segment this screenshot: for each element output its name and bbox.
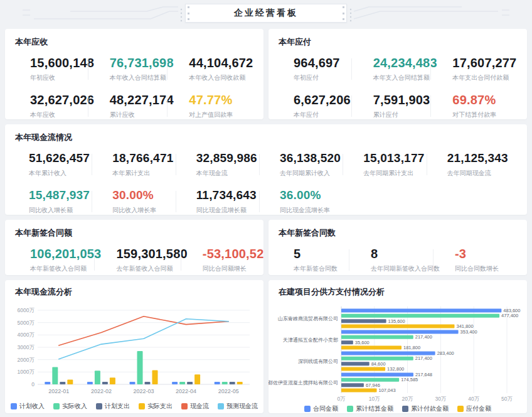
stat-item: 32,859,986本年现金流 — [183, 151, 266, 178]
cashflow-chart-title: 本年现金流分析 — [15, 286, 253, 298]
svg-text:5000万: 5000万 — [18, 320, 35, 326]
stat-value: 36,138,520 — [280, 151, 349, 166]
stat-value: 69.87% — [452, 92, 517, 107]
legend-item[interactable]: 实际支出 — [139, 402, 173, 411]
legend-item[interactable]: 累计结算金额 — [347, 404, 393, 413]
legend-label: 合同金额 — [313, 404, 338, 413]
supplier-payment-hbar-chart: 0万10万20万30万40万50万山东青睢商流贸易有限公司483,600477,… — [279, 305, 517, 402]
stat-value: 106,201,053 — [30, 246, 101, 261]
stat-value: 6,627,206 — [294, 92, 358, 107]
stat-item: 36,138,520去年同期累计收入 — [266, 151, 349, 178]
stat-label: 同比合同数增长 — [455, 264, 517, 273]
stat-label: 本年累计支出 — [112, 169, 182, 178]
stat-item: 48,227,174累计应收 — [95, 92, 174, 119]
svg-text:67,946: 67,946 — [366, 382, 380, 388]
svg-text:2022-05: 2022-05 — [218, 388, 239, 394]
svg-text:0万: 0万 — [337, 396, 346, 402]
svg-text:181,800: 181,800 — [403, 345, 420, 350]
stat-item: 7,591,903累计应付 — [358, 92, 438, 119]
corner-dot-icon — [188, 6, 189, 8]
svg-text:10万: 10万 — [369, 396, 380, 402]
svg-text:3000万: 3000万 — [18, 344, 35, 350]
svg-text:283,400: 283,400 — [437, 350, 454, 356]
legend-swatch-icon — [96, 403, 102, 409]
stat-value: 11,734,643 — [196, 188, 266, 203]
stat-value: 51,626,457 — [29, 151, 98, 166]
stat-label: 对下结算付款率 — [452, 111, 517, 119]
legend-swatch-icon — [139, 403, 145, 409]
svg-text:1000万: 1000万 — [18, 369, 35, 375]
legend-item[interactable]: 累计付款金额 — [402, 404, 449, 413]
stat-label: 同比收入增长率 — [112, 206, 182, 215]
stat-item: 36.00%同比现金流增长率 — [266, 188, 349, 215]
svg-text:深圳线缆有限公司: 深圳线缆有限公司 — [298, 359, 338, 364]
card-cashflow: 本年现金流情况 51,626,457本年累计收入18,766,471本年累计支出… — [5, 124, 527, 215]
stat-label: 去年同期累计支出 — [363, 169, 433, 178]
legend-label: 实际支出 — [147, 402, 173, 411]
svg-text:353,400: 353,400 — [460, 329, 477, 335]
stat-value: 47.77% — [189, 92, 253, 107]
card-cashflow-title: 本年现金流情况 — [15, 132, 517, 143]
legend-item[interactable]: 现金流 — [181, 402, 209, 411]
stat-value: 21,125,343 — [447, 151, 517, 166]
svg-text:天津通拓五金配件小卖部: 天津通拓五金配件小卖部 — [283, 337, 338, 343]
side-dot-icon — [188, 13, 189, 14]
stat-item: 6,627,206本年应付 — [279, 92, 358, 119]
stat-item: 15,013,177去年同期累计支出 — [349, 151, 433, 178]
stat-item: 159,301,580去年新签收入合同额 — [101, 246, 187, 273]
stat-item: 30.00%同比收入增长率 — [98, 188, 182, 215]
card-payable-title: 本年应付 — [279, 36, 517, 48]
stat-value: 30.00% — [112, 188, 182, 203]
legend-item[interactable]: 合同金额 — [304, 404, 338, 413]
stat-item: 24,234,483本年支入合同结算额 — [358, 55, 438, 82]
svg-text:2022-04: 2022-04 — [176, 388, 196, 394]
legend-label: 现金流 — [190, 402, 209, 411]
card-contract-count: 本年新签合同数 5本年新签合同数8去年同期新签收入合同数-3同比合同数增长 — [269, 220, 527, 275]
svg-text:成都佐伊亚混凝土搅拌站有限公司: 成都佐伊亚混凝土搅拌站有限公司 — [269, 380, 338, 386]
contract-count-stats-grid: 5本年新签合同数8去年同期新签收入合同数-3同比合同数增长 — [279, 246, 517, 273]
svg-text:山东青睢商流贸易有限公司: 山东青睢商流贸易有限公司 — [278, 316, 338, 322]
stat-value: 32,627,026 — [30, 92, 95, 107]
stat-label: 同比收入增长额 — [29, 206, 98, 215]
legend-item[interactable]: 计划收入 — [11, 402, 45, 411]
stat-value: 5 — [294, 246, 356, 261]
stat-value: 964,697 — [294, 55, 358, 70]
stat-item: 15,487,937同比收入增长额 — [15, 188, 98, 215]
stat-value: 7,591,903 — [373, 92, 438, 107]
stat-item: 964,697年初应付 — [279, 55, 358, 82]
legend-label: 累计付款金额 — [411, 404, 449, 413]
stat-value: 159,301,580 — [116, 246, 187, 261]
svg-text:217,400: 217,400 — [415, 355, 432, 361]
stat-label: 去年新签收入合同额 — [116, 264, 187, 273]
stat-label: 年初应付 — [294, 73, 358, 82]
legend-label: 计划支出 — [105, 402, 130, 411]
stat-label: 年初应收 — [30, 73, 95, 82]
stat-label: 去年同期现金流 — [447, 169, 517, 178]
stat-label: 本年应付 — [294, 111, 358, 119]
stat-label: 本年新签收入合同额 — [30, 264, 101, 273]
svg-text:30万: 30万 — [435, 396, 446, 402]
stat-value: 44,104,672 — [189, 55, 253, 70]
stat-value: -53,100,527 — [203, 246, 263, 261]
dashboard-title-box: 企业经营看板 — [185, 4, 347, 23]
svg-text:2022-03: 2022-03 — [133, 388, 154, 394]
stat-value: 15,487,937 — [29, 188, 98, 203]
stat-item: 21,125,343去年同期现金流 — [434, 151, 517, 178]
legend-item[interactable]: 计划支出 — [96, 402, 130, 411]
svg-text:2022-02: 2022-02 — [91, 388, 112, 394]
stat-item: 51,626,457本年累计收入 — [15, 151, 98, 178]
stat-label: 同比现金流增长额 — [196, 206, 266, 215]
receivable-stats-grid: 15,600,148年初应收76,731,698本年收入合同结算额44,104,… — [15, 55, 253, 119]
stat-value: 15,600,148 — [30, 55, 95, 70]
svg-text:135,600: 135,600 — [388, 318, 405, 324]
stat-label: 累计应收 — [110, 111, 174, 119]
svg-text:132,800: 132,800 — [387, 366, 404, 372]
dashboard-page: 企业经营看板 本年应收 15,600,148年初应收76,731,698本年收入… — [0, 0, 532, 417]
legend-item[interactable]: 应付金额 — [457, 404, 491, 413]
legend-item[interactable]: 预测现金流 — [218, 402, 258, 411]
contract-amount-stats-grid: 106,201,053本年新签收入合同额159,301,580去年新签收入合同额… — [15, 246, 253, 273]
legend-item[interactable]: 实际收入 — [53, 402, 87, 411]
stat-item: 17,607,277本年支出合同付款额 — [437, 55, 517, 82]
stat-item: 15,600,148年初应收 — [15, 55, 95, 82]
card-supplier-payment-chart: 在建项目分供方支付情况分析 0万10万20万30万40万50万山东青睢商流贸易有… — [269, 280, 527, 413]
